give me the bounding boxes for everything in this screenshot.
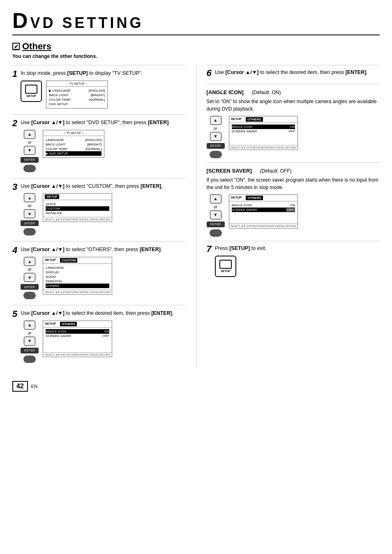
up-button[interactable]: ▲: [24, 193, 35, 202]
screen-saver-default: (Default: OFF): [260, 168, 292, 174]
down-button[interactable]: ▼: [24, 273, 35, 282]
step-4: 4 Use [Cursor ▲/▼] to select "OTHERS", t…: [12, 241, 186, 299]
step-6-number: 6: [207, 69, 212, 80]
menu-row-angle: ANGLE ICONON: [232, 203, 295, 208]
step-6: 6 Use [Cursor ▲/▼] to select the desired…: [207, 65, 380, 237]
menu-row-screen: SCREEN SAVEROFF: [232, 208, 295, 212]
down-button[interactable]: ▼: [210, 210, 221, 219]
footer-left: SELECT ▲▼ EXIT:SETUP: [45, 353, 75, 356]
up-button[interactable]: ▲: [210, 116, 221, 125]
step-3-illustration: ▲ or ▼ ENTER SETUP QUICK CUSTOM IN: [21, 193, 185, 235]
step-5: 5 Use [Cursor ▲/▼] to select the desired…: [12, 305, 186, 363]
menu-header: SETUP OTHERS: [229, 195, 297, 201]
footer-left: SELECT ▲▼ EXIT:SETUP: [45, 291, 75, 293]
step-2-number: 2: [12, 119, 17, 172]
menu-tab-setup: SETUP: [231, 196, 242, 200]
menu-inner: LANGUAGE DISPLAY AUDIO PARENTAL OTHERS: [43, 264, 111, 290]
menu-inner: ▶ LANGUAGE[ENGLISH] BACK LIGHT[BRIGHT] C…: [46, 87, 107, 108]
enter-button[interactable]: ENTER: [21, 348, 39, 353]
screen-saver-illustration: ▲ or ▼ ENTER SETUP OTHERS ANGLE ICONON: [207, 194, 380, 237]
enter-button[interactable]: ENTER: [21, 157, 39, 163]
section-title: ✔ Others: [12, 41, 380, 52]
menu-header: SETUP OTHERS: [43, 321, 111, 328]
step-7-number: 7: [207, 245, 212, 254]
menu-row: INITIALIZE: [46, 211, 109, 215]
step-1-illustration: SETUP – TV SETUP – ▶ LANGUAGE[ENGLISH] B…: [21, 81, 185, 108]
menu-inner: LANGUAGE[ENGLISH] BACK LIGHT[BRIGHT] COL…: [43, 136, 104, 157]
footer-right: SET:ENTER CANCEL:RETURN: [75, 291, 110, 293]
menu-tab-others: OTHERS: [246, 117, 263, 122]
footer-left: SELECT ▲▼ EXIT:SETUP: [231, 146, 261, 149]
menu-row: BACK LIGHT[BRIGHT]: [46, 142, 101, 147]
footer-right: SET:ENTER CANCEL:RETURN: [75, 353, 110, 356]
enter-button[interactable]: ENTER: [207, 222, 225, 227]
nav-buttons: ▲ or ▼ ENTER: [207, 116, 225, 158]
menu-header: SETUP CUSTOM: [43, 257, 111, 264]
up-button[interactable]: ▲: [210, 194, 221, 203]
up-button[interactable]: ▲: [24, 257, 35, 266]
setup-icon: SETUP: [21, 81, 42, 102]
screen-saver-menu: SETUP OTHERS ANGLE ICONON SCREEN SAVEROF…: [229, 194, 298, 229]
down-button[interactable]: ▼: [24, 209, 35, 218]
step-3: 3 Use [Cursor ▲/▼] to select "CUSTOM", t…: [12, 178, 186, 236]
round-button: [23, 165, 36, 172]
up-button[interactable]: ▲: [24, 130, 35, 139]
step-7-content: Press [SETUP] to exit. SETUP: [215, 245, 267, 277]
step-1-menu: – TV SETUP – ▶ LANGUAGE[ENGLISH] BACK LI…: [46, 81, 108, 108]
menu-row-others: OTHERS: [46, 284, 109, 288]
menu-row: COLOR TEMP.[NORMAL]: [49, 97, 105, 102]
setup-label: SETUP: [221, 270, 230, 272]
or-label: or: [28, 203, 32, 208]
step-5-content: Use [Cursor ▲/▼] to select the desired i…: [21, 309, 185, 363]
step-1-content: In stop mode, press [SETUP] to display "…: [21, 69, 185, 108]
menu-tab-others: OTHERS: [246, 196, 263, 200]
step-5-illustration: ▲ or ▼ ENTER SETUP OTHERS ANGLE ICONON: [21, 321, 185, 363]
menu-inner: ANGLE ICONON SCREEN SAVEROFF: [229, 201, 297, 214]
tv-shape: [25, 85, 37, 94]
angle-icon-title: [ANGLE ICON]: [207, 89, 244, 95]
section-header: ✔ Others You can change the other functi…: [12, 41, 380, 59]
nav-buttons: ▲ or ▼ ENTER: [21, 257, 39, 299]
screen-saver-title: [SCREEN SAVER]: [207, 168, 252, 174]
checkbox-icon: ✔: [12, 43, 20, 50]
footer-right: SET:ENTER CANCEL:RETURN: [261, 146, 296, 149]
menu-row: PARENTAL: [46, 279, 109, 284]
enter-button[interactable]: ENTER: [207, 143, 225, 149]
or-label: or: [28, 267, 32, 272]
up-button[interactable]: ▲: [24, 321, 35, 330]
menu-row: DISPLAY: [46, 270, 109, 275]
step-3-text: Use [Cursor ▲/▼] to select "CUSTOM", the…: [21, 182, 185, 190]
menu-row: ▶ LANGUAGE[ENGLISH]: [49, 88, 105, 93]
angle-icon-header: [ANGLE ICON] (Default: ON): [207, 87, 380, 97]
down-button[interactable]: ▼: [210, 132, 221, 141]
menu-footer: SELECT ▲▼ EXIT:SETUP SET:ENTER CANCEL:RE…: [43, 290, 111, 294]
menu-row-angle: ANGLE ICONON: [232, 125, 295, 129]
step-5-number: 5: [12, 309, 17, 363]
step-1-text: In stop mode, press [SETUP] to display "…: [21, 69, 185, 77]
footer-right: SET:ENTER CANCEL:RETURN: [75, 218, 110, 221]
menu-inner: QUICK CUSTOM INITIALIZE: [43, 200, 111, 217]
down-button[interactable]: ▼: [24, 146, 35, 155]
round-button: [210, 229, 222, 237]
enter-button[interactable]: ENTER: [21, 284, 39, 290]
screen-saver-header: [SCREEN SAVER] (Default: OFF): [207, 165, 380, 175]
angle-icon-section: [ANGLE ICON] (Default: ON) Set to "ON" t…: [207, 84, 380, 158]
down-button[interactable]: ▼: [24, 337, 35, 346]
round-button: [210, 151, 222, 158]
enter-button[interactable]: ENTER: [21, 220, 39, 226]
step-4-illustration: ▲ or ▼ ENTER SETUP CUSTOM LANGUAGE: [21, 257, 185, 299]
or-label: or: [214, 126, 217, 131]
menu-row: LANGUAGE: [46, 265, 109, 270]
menu-tab-setup: SETUP: [231, 117, 242, 122]
page-lang: EN: [31, 384, 37, 389]
page-title: DVD SETTING: [12, 14, 144, 31]
step-1-number: 1: [12, 69, 17, 108]
step-7-text: Press [SETUP] to exit.: [215, 245, 267, 252]
menu-row: BACK LIGHT[BRIGHT]: [49, 93, 105, 97]
menu-footer: SELECT ▲▼ EXIT:SETUP SET:ENTER CANCEL:RE…: [229, 224, 297, 228]
round-button: [23, 292, 36, 299]
step-3-menu: SETUP QUICK CUSTOM INITIALIZE SELECT ▲▼ …: [43, 193, 112, 222]
menu-tab-setup: SETUP: [45, 258, 56, 263]
step-2-text: Use [Cursor ▲/▼] to select "DVD SETUP", …: [21, 119, 185, 127]
menu-tab-custom: CUSTOM: [60, 258, 78, 263]
